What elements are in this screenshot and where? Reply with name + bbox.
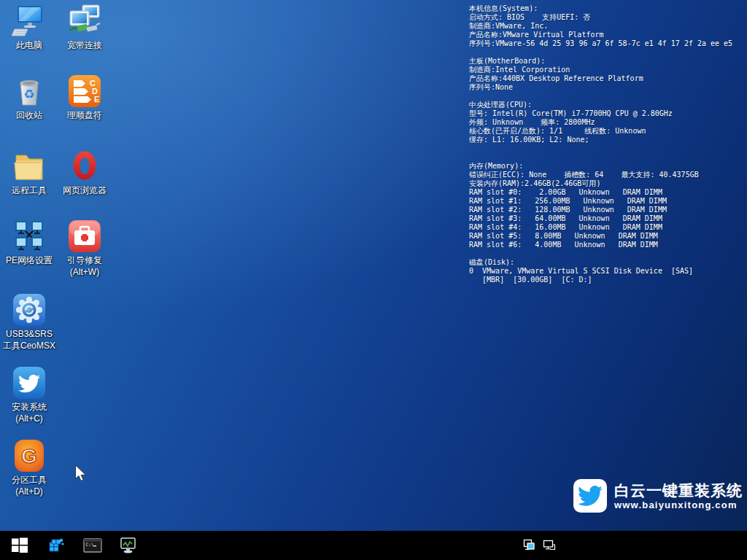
dual-display-icon bbox=[523, 539, 536, 552]
cmd-prompt-glyph: C:\ bbox=[86, 542, 94, 547]
desktop-icon-remote-tools[interactable]: 远程工具 bbox=[1, 148, 57, 196]
desktop-icon-partition-tool[interactable]: G 分区工具 (Alt+D) bbox=[1, 438, 57, 497]
network-diagram-icon bbox=[1, 218, 57, 254]
opera-browser-icon bbox=[57, 148, 112, 184]
system-tray bbox=[523, 539, 556, 552]
system-info-text: 本机信息(System): 启动方式: BIOS 支持UEFI: 否 制造商:V… bbox=[469, 4, 732, 284]
network-monitor-icon bbox=[543, 539, 556, 552]
taskbar-left: C:\ bbox=[10, 531, 139, 560]
brand-url: www.baiyunxitong.com bbox=[614, 499, 743, 511]
desktop-icon-label: 安装系统 bbox=[1, 401, 57, 413]
recycle-symbol: ♻ bbox=[23, 88, 34, 101]
drive-letter-e: E bbox=[94, 95, 99, 104]
first-aid-kit-icon bbox=[57, 218, 112, 254]
desktop-icon-web-browser[interactable]: 网页浏览器 bbox=[57, 148, 112, 196]
this-pc-icon bbox=[1, 3, 57, 39]
blue-cubes-icon bbox=[47, 537, 65, 554]
windows-logo-icon bbox=[11, 537, 28, 554]
desktop-icon-broadband[interactable]: 宽带连接 bbox=[57, 3, 112, 51]
display-settings-tray-button[interactable] bbox=[523, 539, 536, 552]
recycle-bin-icon: ♻ bbox=[1, 73, 57, 109]
desktop-icon-install-system[interactable]: 安装系统 (Alt+C) bbox=[1, 365, 57, 424]
desktop-icon-label: 宽带连接 bbox=[57, 39, 112, 51]
desktop-icon-label: USB3&SRS bbox=[1, 328, 57, 340]
desktop-icon-label: 引导修复 bbox=[57, 254, 112, 266]
desktop-icon-pe-network-settings[interactable]: PE网络设置 bbox=[1, 218, 57, 266]
desktop-icon-usb3-srs-tool[interactable]: USB3&SRS 工具CeoMSX bbox=[1, 292, 57, 351]
brand-watermark: 白云一键重装系统 www.baiyunxitong.com bbox=[573, 479, 743, 513]
desktop-icon-label: 分区工具 bbox=[1, 474, 57, 486]
pe-tools-button[interactable] bbox=[47, 536, 66, 555]
desktop-icon-label: 网页浏览器 bbox=[57, 184, 112, 196]
brand-title: 白云一键重装系统 bbox=[614, 481, 743, 499]
desktop-icon-label-line2: (Alt+C) bbox=[1, 413, 57, 424]
task-manager-button[interactable] bbox=[120, 536, 139, 555]
monitor-chart-icon bbox=[120, 537, 139, 554]
mouse-cursor bbox=[74, 464, 88, 486]
partition-g-glyph: G bbox=[21, 445, 37, 467]
desktop-icon-label-line2: 工具CeoMSX bbox=[1, 340, 57, 351]
taskbar: C:\ bbox=[0, 531, 747, 560]
desktop-icon-label-line2: (Alt+W) bbox=[57, 266, 112, 278]
desktop-icon-boot-repair[interactable]: 引导修复 (Alt+W) bbox=[57, 218, 112, 278]
desktop-icon-this-pc[interactable]: 此电脑 bbox=[1, 3, 57, 51]
cmd-window-icon: C:\ bbox=[83, 537, 102, 554]
desktop-icon-recycle-bin[interactable]: ♻ 回收站 bbox=[1, 73, 57, 121]
folder-icon bbox=[1, 148, 57, 184]
desktop-icon-drive-letter-tool[interactable]: C D E 理顺盘符 bbox=[57, 73, 112, 121]
desktop-icon-label: 此电脑 bbox=[1, 39, 57, 51]
pe-desktop: 此电脑 宽带连接 bbox=[0, 0, 747, 560]
bird-icon bbox=[578, 483, 603, 508]
diskgenius-icon: G bbox=[1, 438, 57, 474]
broadband-icon bbox=[57, 3, 112, 39]
desktop-icon-label: 回收站 bbox=[1, 109, 57, 121]
desktop-icon-label-line2: (Alt+D) bbox=[1, 486, 57, 497]
start-button[interactable] bbox=[10, 536, 29, 555]
desktop-icon-label: PE网络设置 bbox=[1, 254, 57, 266]
desktop-icon-label: 理顺盘符 bbox=[57, 109, 112, 121]
install-bird-icon bbox=[1, 365, 57, 401]
brand-logo-tile bbox=[573, 479, 607, 513]
network-tray-button[interactable] bbox=[543, 539, 556, 552]
drive-letter-icon: C D E bbox=[57, 73, 112, 109]
command-prompt-button[interactable]: C:\ bbox=[83, 536, 102, 555]
desktop-icon-label: 远程工具 bbox=[1, 184, 57, 196]
gear-badge-icon bbox=[1, 292, 57, 328]
